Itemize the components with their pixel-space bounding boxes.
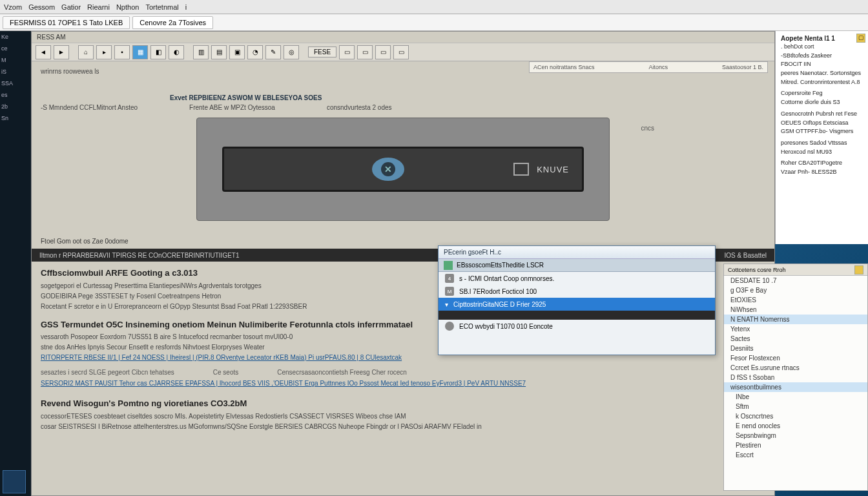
list-item[interactable]: Yetenx	[724, 324, 867, 334]
nav-back-button[interactable]: ◄	[36, 45, 51, 59]
tool-button[interactable]: ◧	[150, 45, 166, 59]
rp-line: Gesnocrotnh Pubrsh ret Fese	[781, 110, 863, 118]
menu-item[interactable]: i	[185, 3, 187, 11]
right-list-panel: Cottcetens cosre Rroh DESDATE 10 .7g O3F…	[723, 264, 868, 491]
sidebar-item[interactable]: Ke	[1, 34, 30, 40]
home-icon[interactable]: ⌂	[78, 45, 94, 59]
article-title[interactable]: Revend Wisogun's Pomtno ng vioretianes C…	[41, 397, 765, 410]
popup-title: PEcerin gsoeFt H..c	[439, 246, 715, 259]
panel-button-icon[interactable]	[854, 265, 863, 274]
tool-button[interactable]: ▭	[357, 45, 373, 59]
menu-item[interactable]: Tortetnmal	[145, 3, 178, 11]
sidebar-item[interactable]: es	[1, 92, 30, 98]
flag-icon[interactable]: ▸	[96, 45, 112, 59]
menubar: Vzom Gessom Gatior Riearni Npthon Tortet…	[0, 0, 868, 14]
menu-item[interactable]: Vzom	[4, 3, 22, 11]
rp-line: Cottorne diorle duis S3	[781, 99, 863, 107]
list-item[interactable]: NiWhsen	[724, 305, 867, 315]
rp-line: peeres Naenotacr. Sortonstges	[781, 70, 863, 78]
tool-button[interactable]: ▭	[375, 45, 391, 59]
rp-line: Vzaar Pnh- 8LESS2B	[781, 169, 863, 176]
popup-item[interactable]: 4s - ICMI Ontart Coop onmnorses.	[439, 272, 715, 285]
nav-fwd-button[interactable]: ►	[54, 45, 69, 59]
dark-bar-right: IOS & Basattel	[724, 252, 767, 259]
link-row[interactable]: SERSORI2 MAST PAUSIT Tehor cas CJARRSEE …	[41, 378, 765, 388]
tool-button[interactable]: ◎	[284, 45, 299, 59]
list-item[interactable]: Ccrcet Es.usrune rtnacs	[724, 363, 867, 373]
menu-item[interactable]: Gatior	[61, 3, 81, 11]
sidebar-item[interactable]: ce	[1, 45, 30, 52]
tool-button[interactable]: ✎	[265, 45, 281, 59]
list-item[interactable]: Fesor Flostexcen	[724, 353, 867, 363]
tool-button[interactable]: ▭	[339, 45, 355, 59]
sub-toolbar: ACen noitrattans Snacs Aitoncs Saastooso…	[529, 61, 768, 73]
sidebar-item[interactable]: iS	[1, 68, 30, 75]
rp-line: Mitred. Contronrintorentest A.8	[781, 79, 863, 87]
tab[interactable]: Cenovre 2a 7Tosives	[132, 16, 213, 29]
tool-button[interactable]: ◔	[247, 45, 263, 59]
tool-wide-button[interactable]: FESE	[308, 46, 336, 57]
tool-button[interactable]: ▣	[229, 45, 245, 59]
sidebar-item[interactable]: SSA	[1, 80, 30, 87]
list-item[interactable]: Desniits	[724, 344, 867, 353]
close-icon[interactable]: ▢	[856, 34, 865, 43]
menu-item[interactable]: Riearni	[87, 3, 110, 11]
list-item[interactable]: Ptestiren	[724, 440, 867, 450]
tool-button[interactable]: ▭	[393, 45, 409, 59]
doc-icon[interactable]: ▪	[114, 45, 130, 59]
list-item[interactable]: E nend onocles	[724, 421, 867, 431]
tool-button[interactable]: ▥	[193, 45, 209, 59]
right-list-header: Cottcetens cosre Rroh	[724, 264, 867, 276]
rp-line: Heroxcod nsl MU93	[781, 149, 863, 156]
list-item[interactable]: g O3F e Bay	[724, 285, 867, 295]
sub-toolbar-label: ACen noitrattans Snacs	[533, 64, 595, 70]
toolbar-row: RESS AM	[32, 32, 774, 43]
popup-header-row: EBssoscomEttsTheditie LSCR	[439, 259, 715, 272]
label-row: sesaztes i secrd SLGE pegeort Cibcn teha…	[41, 367, 765, 377]
hero-brand: KNUVE	[537, 165, 569, 174]
list-item[interactable]: EtOXIES	[724, 295, 867, 305]
list-item[interactable]: k Oscncrtnes	[724, 411, 867, 421]
popup-divider	[439, 311, 715, 320]
popup-item[interactable]: MSB.l 7ERodort Focticol 100	[439, 285, 715, 298]
sidebar-item[interactable]: M	[1, 57, 30, 63]
list-item[interactable]: wisesontbuilmnes	[724, 382, 867, 392]
list-item[interactable]: N ENATH Nomernss	[724, 315, 867, 324]
tabbar: FESRMISS 01 7OPE1 S Tato LKEB Cenovre 2a…	[0, 14, 868, 31]
tool-button[interactable]: ▤	[211, 45, 227, 59]
tool-button[interactable]: ◐	[169, 45, 184, 59]
popup-item-selected[interactable]: ▾CipttostrinGitaNGE D Frier 2925	[439, 298, 715, 311]
list-item[interactable]: D fSS t Ssoban	[724, 373, 867, 382]
rp-line: . behDot cort	[781, 43, 863, 51]
sidebar-item[interactable]: 2b	[1, 103, 30, 110]
menu-item[interactable]: Npthon	[116, 3, 139, 11]
list-item[interactable]: Sepsnbwingm	[724, 431, 867, 440]
desktop-icon[interactable]	[3, 470, 26, 493]
hero-banner: ✕ KNUVE cncs	[196, 118, 610, 221]
list-item[interactable]: Sactes	[724, 334, 867, 344]
cncs-label: cncs	[641, 125, 654, 132]
content-top: wrinrns roowewea ls Exvet REPBIEENZ ASWO…	[32, 61, 774, 234]
rp-line: -SBtltofeds Zaskeer	[781, 52, 863, 60]
header-text: Exvet REPBIEENZ ASWOM W EBLESEYOA SOES	[170, 94, 765, 101]
sidebar-item[interactable]: Sn	[1, 115, 30, 121]
row-labels: -S Mmndend CCFLMitnort Ansteo Frente ABE…	[41, 104, 765, 111]
toolbar-label: RESS AM	[37, 34, 65, 41]
sub-toolbar-label: Aitoncs	[649, 64, 668, 70]
rp-line: FBOCIT IIN	[781, 61, 863, 68]
popup-window[interactable]: PEcerin gsoeFt H..c EBssoscomEttsThediti…	[438, 245, 716, 355]
list-item[interactable]: DESDATE 10 .7	[724, 276, 867, 285]
menu-item[interactable]: Gessom	[28, 3, 55, 11]
article-line: cocessorETESES coesbteaet ciseltdes sosc…	[41, 411, 765, 421]
list-item[interactable]: Sftm	[724, 402, 867, 411]
globe-icon	[445, 322, 454, 331]
list-item[interactable]: Esccrt	[724, 450, 867, 460]
sub-toolbar-label: Saastoosor 1 B.	[722, 64, 763, 70]
tab[interactable]: FESRMISS 01 7OPE1 S Tato LKEB	[3, 16, 130, 29]
tool-button[interactable]: ▦	[132, 45, 148, 59]
hero-inner: ✕ KNUVE	[222, 147, 584, 192]
list-item[interactable]: INbe	[724, 392, 867, 402]
rp-line: OEUES OIftops Eetsciasa	[781, 119, 863, 127]
popup-item[interactable]: ECO wvbydi T1070 010 Eoncote	[439, 320, 715, 333]
button-row: ◄ ► ⌂ ▸ ▪ ▦ ◧ ◐ ▥ ▤ ▣ ◔ ✎ ◎ FESE ▭ ▭ ▭ ▭	[32, 43, 774, 61]
